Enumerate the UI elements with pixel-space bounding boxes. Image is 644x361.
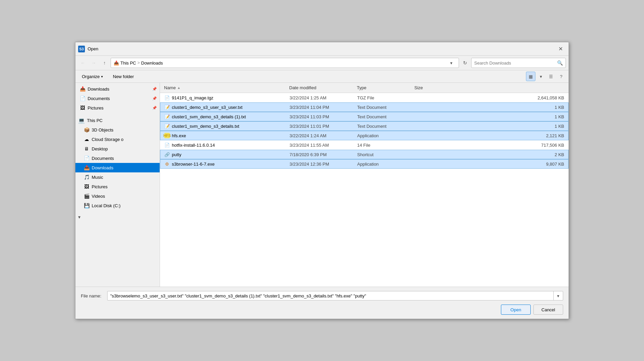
open-dialog: S3 Open ✕ ← → ↑ 📥 This PC > Downloads ▾	[75, 42, 569, 319]
downloads-quick-icon: 📥	[79, 86, 86, 92]
organize-button[interactable]: Organize ▾	[78, 72, 107, 81]
music-icon: 🎵	[84, 174, 90, 180]
col-header-size[interactable]: Size	[412, 83, 567, 93]
sidebar-item-downloads-pc[interactable]: 📥 Downloads	[75, 163, 160, 172]
col-header-name[interactable]: Name ▲	[161, 83, 286, 93]
up-icon: ↑	[104, 60, 106, 66]
view-dropdown-icon: ▾	[540, 74, 542, 79]
col-header-type[interactable]: Type	[354, 83, 412, 93]
dropdown-arrow-icon: ▾	[557, 293, 559, 298]
breadcrumb-dropdown[interactable]: ▾	[446, 58, 456, 68]
local-disk-icon: 💾	[84, 202, 90, 209]
expand-more-icon: ▾	[78, 214, 80, 220]
table-row[interactable]: 🔗 putty 7/18/2020 6:39 PM Shortcut 2 KB	[160, 150, 569, 159]
pin-icon: 📌	[152, 87, 157, 91]
this-pc-section[interactable]: 💻 This PC	[75, 115, 160, 125]
sidebar-item-pictures-quick[interactable]: 🖼 Pictures 📌	[75, 103, 160, 113]
sidebar-item-label: Documents	[88, 96, 110, 101]
sidebar-item-label: Pictures	[88, 105, 104, 111]
sidebar: 📥 Downloads 📌 📄 Documents 📌 🖼 Pictures 📌…	[75, 83, 160, 287]
action-buttons: Open Cancel	[81, 305, 563, 315]
sidebar-item-label: Downloads	[92, 165, 113, 170]
file-name-input[interactable]	[108, 293, 553, 298]
view-detail-icon: ☰	[549, 74, 553, 79]
3d-objects-icon: 📦	[84, 127, 90, 133]
organize-dropdown-icon: ▾	[101, 75, 103, 78]
sidebar-item-cloud-storage[interactable]: ☁ Cloud Storage o	[75, 135, 160, 144]
file-icon: 📝	[164, 104, 170, 110]
table-row[interactable]: 📄 hotfix-install-11.6.0.14 3/23/2024 11:…	[160, 140, 569, 150]
col-header-date[interactable]: Date modified	[286, 83, 354, 93]
breadcrumb-this-pc: This PC	[120, 61, 136, 66]
sidebar-item-label: Documents	[92, 156, 114, 161]
close-button[interactable]: ✕	[556, 45, 565, 53]
pictures-pc-icon: 🖼	[84, 184, 90, 190]
desktop-icon: 🖥	[84, 146, 90, 152]
sidebar-item-label: Local Disk (C:)	[92, 203, 120, 208]
new-folder-button[interactable]: New folder	[109, 72, 138, 81]
file-icon: 📄	[164, 95, 170, 100]
sidebar-item-label: 3D Objects	[92, 127, 113, 133]
sort-arrow-name: ▲	[177, 86, 181, 90]
title-bar-left: S3 Open	[78, 46, 98, 52]
sidebar-item-videos[interactable]: 🎬 Videos	[75, 191, 160, 201]
table-row[interactable]: 📝 cluster1_svm_demo_s3_details (1).txt 3…	[160, 112, 569, 121]
videos-icon: 🎬	[84, 193, 90, 199]
file-icon: 🔗	[164, 152, 170, 157]
up-button[interactable]: ↑	[100, 58, 109, 68]
view-dropdown-button[interactable]: ▾	[536, 72, 546, 81]
search-box: 🔍	[471, 58, 566, 68]
sidebar-expand-more[interactable]: ▾	[75, 213, 160, 221]
sidebar-item-label: Downloads	[88, 87, 109, 92]
help-button[interactable]: ?	[556, 72, 566, 81]
file-icon: 📝	[164, 114, 170, 119]
table-row[interactable]: 📝 cluster1_demo_s3_user_s3_user.txt 3/23…	[160, 102, 569, 112]
dialog-title: Open	[88, 46, 98, 51]
file-rows: 📄 9141P1_q_image.tgz 3/22/2024 1:25 AM T…	[160, 93, 569, 287]
file-name-input-wrapper: ▾	[107, 291, 563, 300]
table-row[interactable]: HFS hfs.exe 3/22/2024 1:24 AM Applicatio…	[160, 131, 569, 140]
file-icon: ⚙	[164, 161, 170, 167]
sidebar-item-label: Pictures	[92, 184, 108, 189]
documents-quick-icon: 📄	[79, 95, 86, 101]
back-icon: ←	[80, 60, 85, 66]
file-icon: HFS	[164, 133, 170, 138]
pin-icon: 📌	[152, 106, 157, 110]
sidebar-item-desktop[interactable]: 🖥 Desktop	[75, 144, 160, 153]
sidebar-item-label: Desktop	[92, 146, 108, 151]
title-bar: S3 Open ✕	[75, 42, 569, 56]
toolbar: Organize ▾ New folder ▦ ▾ ☰ ?	[75, 70, 569, 83]
table-row[interactable]: 📄 9141P1_q_image.tgz 3/22/2024 1:25 AM T…	[160, 93, 569, 102]
sidebar-item-documents-quick[interactable]: 📄 Documents 📌	[75, 94, 160, 103]
forward-button[interactable]: →	[89, 58, 98, 68]
nav-bar: ← → ↑ 📥 This PC > Downloads ▾ ↻ 🔍	[75, 56, 569, 70]
file-list-header: Name ▲ Date modified Type Size	[160, 83, 569, 93]
breadcrumb-sep-1: >	[137, 61, 140, 65]
sidebar-item-3d-objects[interactable]: 📦 3D Objects	[75, 125, 160, 135]
open-button[interactable]: Open	[501, 305, 531, 315]
sidebar-item-local-disk[interactable]: 💾 Local Disk (C:)	[75, 201, 160, 210]
pictures-quick-icon: 🖼	[79, 105, 86, 111]
file-name-dropdown[interactable]: ▾	[553, 291, 563, 300]
table-row[interactable]: ⚙ s3browser-11-6-7.exe 3/23/2024 12:36 P…	[160, 159, 569, 169]
main-content: 📥 Downloads 📌 📄 Documents 📌 🖼 Pictures 📌…	[75, 83, 569, 287]
sidebar-item-downloads-quick[interactable]: 📥 Downloads 📌	[75, 84, 160, 94]
view-detail-button[interactable]: ☰	[546, 72, 556, 81]
refresh-button[interactable]: ↻	[460, 58, 470, 68]
sidebar-item-music[interactable]: 🎵 Music	[75, 172, 160, 182]
back-button[interactable]: ←	[78, 58, 88, 68]
view-grid-button[interactable]: ▦	[526, 72, 535, 81]
cancel-button[interactable]: Cancel	[533, 305, 563, 315]
sidebar-item-label: Videos	[92, 194, 105, 199]
search-icon[interactable]: 🔍	[557, 60, 563, 66]
downloads-pc-icon: 📥	[84, 165, 90, 171]
breadcrumb[interactable]: 📥 This PC > Downloads ▾	[111, 58, 459, 68]
refresh-icon: ↻	[463, 60, 467, 66]
this-pc-label: This PC	[87, 118, 102, 123]
sidebar-item-documents-pc[interactable]: 📄 Documents	[75, 153, 160, 163]
table-row[interactable]: 📝 cluster1_svm_demo_s3_details.txt 3/23/…	[160, 121, 569, 131]
file-name-label: File name:	[81, 293, 105, 298]
search-input[interactable]	[474, 61, 557, 66]
sidebar-item-label: Music	[92, 175, 103, 180]
sidebar-item-pictures-pc[interactable]: 🖼 Pictures	[75, 182, 160, 191]
